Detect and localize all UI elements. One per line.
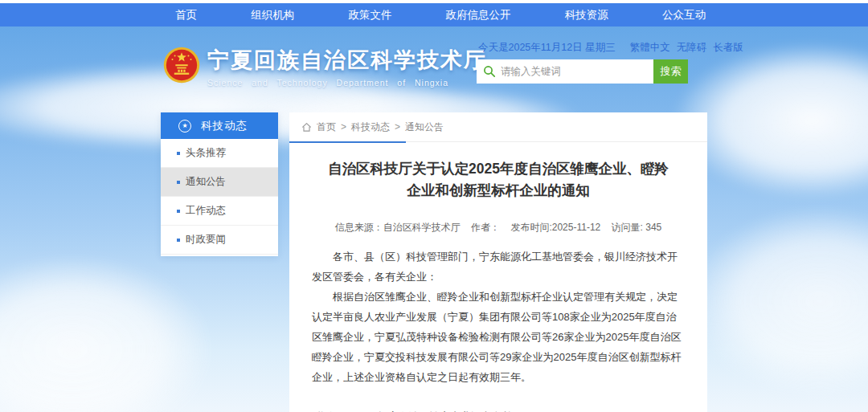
article-title: 自治区科技厅关于认定2025年度自治区雏鹰企业、瞪羚企业和创新型标杆企业的通知 xyxy=(323,158,674,202)
site-brand: 宁夏回族自治区科学技术厅 Science and Technology Depa… xyxy=(163,47,487,88)
article-publish-date: 发布时间:2025-11-12 xyxy=(510,222,600,233)
sidebar-item-label: 通知公告 xyxy=(186,175,226,189)
nav-item-public-interaction[interactable]: 公众互动 xyxy=(654,3,714,27)
nav-item-gov-info-disclosure[interactable]: 政府信息公开 xyxy=(438,3,519,27)
header-utility-bar: 今天是2025年11月12日 星期三 繁體中文 无障碍 长者版 xyxy=(478,41,707,55)
sidebar-item-label: 工作动态 xyxy=(186,204,226,218)
sidebar-item-notices[interactable]: 通知公告 xyxy=(161,168,278,197)
site-subtitle: Science and Technology Department of Nin… xyxy=(207,78,487,88)
sidebar-header: ★ 科技动态 xyxy=(161,112,278,139)
sidebar: ★ 科技动态 头条推荐 通知公告 工作动态 时政要闻 xyxy=(161,112,278,256)
breadcrumb-separator: > xyxy=(341,121,346,133)
bullet-dot-icon xyxy=(177,181,180,184)
breadcrumb-current-page: 通知公告 xyxy=(405,120,444,134)
sidebar-item-headline-recommend[interactable]: 头条推荐 xyxy=(161,139,278,168)
top-navbar: 首页 组织机构 政策文件 政府信息公开 科技资源 公众互动 xyxy=(0,3,868,27)
bullet-dot-icon xyxy=(177,210,180,213)
article-meta: 信息来源：自治区科学技术厅 作者： 发布时间:2025-11-12 访问量: 3… xyxy=(289,221,707,235)
search-icon xyxy=(483,65,496,78)
sidebar-title: 科技动态 xyxy=(201,119,248,133)
nav-item-home[interactable]: 首页 xyxy=(167,3,205,27)
sidebar-item-work-updates[interactable]: 工作动态 xyxy=(161,197,278,226)
attachments-list: 1.2025年度自治区雏鹰企业认定名单 2.2025年度自治区瞪羚企业认定名单 … xyxy=(345,408,544,412)
sidebar-list: 头条推荐 通知公告 工作动态 时政要闻 xyxy=(161,139,278,255)
search-input[interactable] xyxy=(477,59,653,84)
breadcrumb: 首页 > 科技动态 > 通知公告 xyxy=(289,112,707,142)
link-accessibility[interactable]: 无障碍 xyxy=(677,41,707,55)
cloud-decoration xyxy=(691,209,868,394)
brand-text: 宁夏回族自治区科学技术厅 Science and Technology Depa… xyxy=(207,47,487,88)
cloud-decoration xyxy=(0,257,209,412)
breadcrumb-active-underline xyxy=(289,141,406,143)
link-senior-version[interactable]: 长者版 xyxy=(713,41,743,55)
nav-list: 首页 组织机构 政策文件 政府信息公开 科技资源 公众互动 xyxy=(167,3,714,27)
article-source: 信息来源：自治区科学技术厅 xyxy=(335,222,461,233)
sidebar-item-current-affairs[interactable]: 时政要闻 xyxy=(161,226,278,255)
nav-item-sci-tech-resources[interactable]: 科技资源 xyxy=(557,3,616,27)
attachment-link-eagle-list[interactable]: 1.2025年度自治区雏鹰企业认定名单 xyxy=(345,408,544,412)
search-button[interactable]: 搜索 xyxy=(653,59,688,84)
search-bar: 搜索 xyxy=(477,59,688,84)
article-author-label: 作者： xyxy=(471,222,500,233)
article-view-count: 访问量: 345 xyxy=(612,222,662,233)
bullet-dot-icon xyxy=(177,152,180,155)
link-traditional-chinese[interactable]: 繁體中文 xyxy=(630,41,670,55)
main-content-panel: 首页 > 科技动态 > 通知公告 自治区科技厅关于认定2025年度自治区雏鹰企业… xyxy=(289,112,707,412)
star-circle-icon: ★ xyxy=(178,120,191,133)
article-paragraph: 各市、县（区）科技管理部门，宁东能源化工基地管委会，银川经济技术开发区管委会，各… xyxy=(312,247,685,287)
nav-item-policy-documents[interactable]: 政策文件 xyxy=(340,3,399,27)
nav-item-organization[interactable]: 组织机构 xyxy=(243,3,302,27)
sidebar-item-label: 时政要闻 xyxy=(186,233,226,247)
attachments-section: 附件： 1.2025年度自治区雏鹰企业认定名单 2.2025年度自治区瞪羚企业认… xyxy=(289,408,707,412)
national-emblem-logo xyxy=(163,47,200,84)
breadcrumb-home[interactable]: 首页 xyxy=(317,120,336,134)
attachments-label: 附件： xyxy=(313,408,345,412)
bullet-dot-icon xyxy=(177,239,180,242)
home-icon xyxy=(301,122,312,133)
breadcrumb-separator: > xyxy=(395,121,400,133)
breadcrumb-sci-tech-news[interactable]: 科技动态 xyxy=(351,120,390,134)
current-date-text: 今天是2025年11月12日 星期三 xyxy=(478,41,616,55)
site-title: 宁夏回族自治区科学技术厅 xyxy=(207,47,487,74)
article-body: 各市、县（区）科技管理部门，宁东能源化工基地管委会，银川经济技术开发区管委会，各… xyxy=(289,247,707,387)
sidebar-item-label: 头条推荐 xyxy=(186,146,226,160)
page: 首页 组织机构 政策文件 政府信息公开 科技资源 公众互动 宁夏回族自治区科学技… xyxy=(0,0,868,412)
search-input-wrap xyxy=(477,59,653,84)
article-paragraph: 根据自治区雏鹰企业、瞪羚企业和创新型标杆企业认定管理有关规定，决定认定半亩良人农… xyxy=(312,287,685,387)
